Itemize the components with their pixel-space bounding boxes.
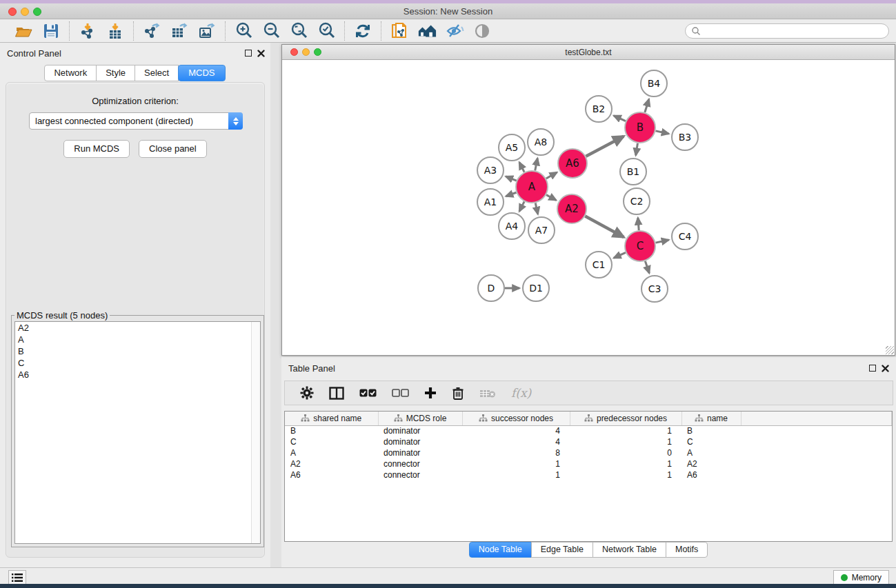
- table-cell[interactable]: 8: [462, 447, 570, 458]
- graph-edge-A6-B[interactable]: [586, 136, 624, 156]
- toggle-columns-button[interactable]: [329, 387, 344, 400]
- graph-node-C3[interactable]: C3: [641, 276, 668, 302]
- table-cell[interactable]: A2: [285, 458, 378, 469]
- network-graph[interactable]: AA1A3A5A8A4A7A6A2BB2B4B3B1CC2C4C1C3DD1: [282, 60, 895, 355]
- graph-node-B2[interactable]: B2: [586, 96, 612, 122]
- graph-edge-C-C3[interactable]: [645, 261, 649, 273]
- graph-node-A5[interactable]: A5: [499, 134, 525, 161]
- deselect-all-button[interactable]: [392, 389, 409, 397]
- graph-node-A3[interactable]: A3: [477, 157, 504, 183]
- graph-edge-C-C2[interactable]: [638, 218, 639, 230]
- criterion-dropdown[interactable]: largest connected component (directed): [29, 112, 243, 130]
- table-cell[interactable]: 1: [570, 425, 681, 436]
- import-network-button[interactable]: [78, 21, 97, 41]
- graph-node-A4[interactable]: A4: [499, 213, 525, 239]
- table-cell[interactable]: B: [285, 425, 378, 436]
- network-window-titlebar[interactable]: testGlobe.txt: [282, 45, 895, 60]
- resize-grip[interactable]: [886, 346, 894, 354]
- open-file-button[interactable]: [14, 21, 33, 41]
- table-settings-button[interactable]: [300, 386, 314, 400]
- result-scrollbar[interactable]: [251, 322, 260, 543]
- function-builder-button[interactable]: f(x): [511, 386, 531, 400]
- tab-select[interactable]: Select: [135, 65, 179, 81]
- table-cell[interactable]: dominator: [378, 436, 462, 447]
- table-cell[interactable]: 1: [570, 458, 681, 469]
- export-table-button[interactable]: [170, 21, 189, 41]
- table-cell[interactable]: A2: [681, 458, 741, 469]
- graph-node-B4[interactable]: B4: [641, 70, 667, 97]
- graph-edge-A-A5[interactable]: [519, 162, 524, 172]
- table-cell[interactable]: C: [285, 436, 378, 447]
- mcds-result-item[interactable]: A2: [15, 322, 260, 334]
- column-header[interactable]: successor nodes: [462, 412, 570, 425]
- table-cell[interactable]: 4: [462, 425, 570, 436]
- graph-node-B3[interactable]: B3: [672, 124, 698, 150]
- graph-edge-A-A4[interactable]: [519, 201, 524, 211]
- export-network-button[interactable]: [142, 21, 161, 41]
- tab-motifs[interactable]: Motifs: [666, 542, 708, 558]
- refresh-layout-button[interactable]: [353, 21, 372, 41]
- table-cell[interactable]: connector: [378, 469, 462, 480]
- tab-style[interactable]: Style: [96, 65, 135, 81]
- graph-edge-A2-C[interactable]: [585, 216, 624, 238]
- import-table-button[interactable]: [106, 21, 125, 41]
- table-cell[interactable]: 4: [462, 436, 570, 447]
- graph-node-A8[interactable]: A8: [528, 129, 554, 155]
- search-field[interactable]: [685, 23, 889, 39]
- delete-table-button[interactable]: [479, 388, 496, 398]
- network-canvas[interactable]: AA1A3A5A8A4A7A6A2BB2B4B3B1CC2C4C1C3DD1: [282, 60, 895, 355]
- zoom-out-button[interactable]: [261, 21, 281, 41]
- table-cell[interactable]: C: [681, 436, 741, 447]
- table-cell[interactable]: connector: [378, 458, 462, 469]
- table-cell[interactable]: 1: [462, 469, 570, 480]
- graph-edge-A-A8[interactable]: [535, 159, 538, 171]
- graph-edge-A-A1[interactable]: [506, 192, 517, 196]
- close-panel-icon[interactable]: [257, 50, 265, 57]
- column-header[interactable]: MCDS role: [378, 412, 462, 425]
- graph-edge-A-A7[interactable]: [535, 203, 538, 214]
- graph-edge-A-A2[interactable]: [546, 195, 556, 201]
- clone-network-button[interactable]: [390, 21, 409, 41]
- graph-node-D1[interactable]: D1: [523, 275, 549, 301]
- add-column-button[interactable]: [424, 387, 437, 399]
- table-cell[interactable]: A6: [285, 469, 378, 480]
- graph-node-C1[interactable]: C1: [586, 252, 612, 278]
- tab-node-table[interactable]: Node Table: [469, 542, 532, 558]
- float-panel-icon[interactable]: [245, 50, 252, 57]
- tab-mcds[interactable]: MCDS: [178, 65, 225, 81]
- tab-network-table[interactable]: Network Table: [593, 542, 666, 558]
- table-cell[interactable]: A6: [681, 469, 741, 480]
- search-input[interactable]: [704, 25, 888, 37]
- tab-edge-table[interactable]: Edge Table: [531, 542, 593, 558]
- graph-node-C4[interactable]: C4: [672, 223, 698, 250]
- table-cell[interactable]: dominator: [378, 447, 462, 458]
- graph-edge-C-C1[interactable]: [614, 252, 626, 258]
- table-row[interactable]: A6connector11A6: [285, 469, 892, 480]
- mcds-result-list[interactable]: A2ABCA6: [14, 321, 261, 544]
- graph-node-A7[interactable]: A7: [528, 217, 555, 243]
- table-cell[interactable]: A: [681, 447, 741, 458]
- graph-edge-B-B4[interactable]: [645, 99, 649, 112]
- column-header[interactable]: name: [681, 412, 741, 425]
- graph-node-B[interactable]: B: [625, 112, 655, 143]
- run-mcds-button[interactable]: Run MCDS: [63, 140, 130, 158]
- table-cell[interactable]: dominator: [378, 425, 462, 436]
- select-all-button[interactable]: [359, 389, 377, 397]
- close-panel-button[interactable]: Close panel: [139, 140, 207, 158]
- table-cell[interactable]: A: [285, 447, 378, 458]
- float-table-panel-icon[interactable]: [869, 365, 876, 372]
- column-header[interactable]: shared name: [285, 412, 378, 425]
- memory-button[interactable]: Memory: [833, 570, 889, 585]
- column-header[interactable]: predecessor nodes: [570, 412, 681, 425]
- graph-node-B1[interactable]: B1: [620, 159, 646, 185]
- table-cell[interactable]: 1: [570, 436, 681, 447]
- graph-edge-B-B2[interactable]: [614, 116, 626, 121]
- graph-node-C2[interactable]: C2: [624, 188, 650, 214]
- graph-edge-B-B3[interactable]: [655, 131, 668, 134]
- mcds-result-item[interactable]: C: [15, 357, 260, 369]
- mcds-result-item[interactable]: B: [15, 345, 260, 357]
- task-history-button[interactable]: [8, 570, 26, 585]
- hide-panel-button[interactable]: [445, 21, 464, 41]
- delete-column-button[interactable]: [452, 386, 464, 400]
- table-row[interactable]: A2connector11A2: [285, 458, 892, 469]
